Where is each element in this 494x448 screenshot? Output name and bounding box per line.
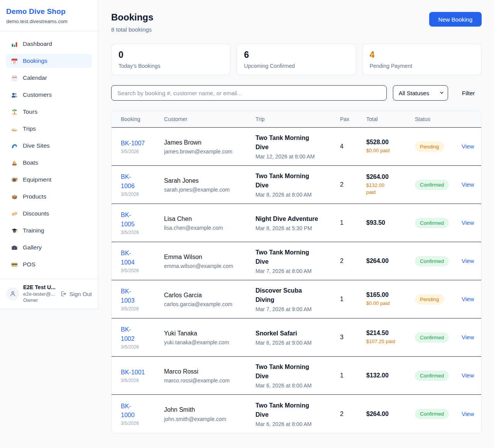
customer-name: Yuki Tanaka [164, 329, 255, 338]
sidebar-item-label: POS [23, 261, 36, 268]
paid-amount: $0.00 paid [366, 300, 415, 307]
pax-cell: 2 [340, 181, 366, 188]
view-link[interactable]: View [462, 296, 474, 302]
booking-cell: BK-1006 3/5/2026 [121, 172, 164, 197]
stat-card: 0 Today's Bookings [111, 44, 230, 75]
status-badge: Pending [415, 141, 444, 152]
paid-amount: $0.00 paid [366, 147, 415, 154]
booking-id-link[interactable]: BK-1001 [121, 368, 164, 377]
column-header-customer: Customer [164, 116, 255, 122]
pax-cell: 3 [340, 334, 366, 341]
customer-email: john.smith@example.com [164, 416, 255, 422]
stat-card: 6 Upcoming Confirmed [237, 44, 356, 75]
status-cell: Confirmed [415, 371, 462, 381]
sidebar-item-label: Dive Sites [23, 142, 50, 149]
sidebar-item-trips[interactable]: Trips [6, 122, 92, 136]
sign-out-button[interactable]: Sign Out [60, 290, 92, 297]
status-cell: Confirmed [415, 256, 462, 266]
sidebar-item-discounts[interactable]: Discounts [6, 207, 92, 221]
trip-date: Mar 6, 2026 at 8:00 AM [255, 421, 340, 427]
status-cell: Confirmed [415, 409, 462, 419]
pax-cell: 1 [340, 219, 366, 226]
view-link[interactable]: View [462, 181, 474, 188]
table-row: BK-1002 3/5/2026 Yuki Tanaka yuki.tanaka… [112, 318, 481, 357]
status-cell: Pending [415, 294, 462, 305]
sidebar-item-bookings[interactable]: 17 Bookings [6, 54, 92, 68]
sidebar-item-tours[interactable]: Tours [6, 105, 92, 119]
view-link[interactable]: View [462, 372, 474, 379]
customer-email: sarah.jones@example.com [164, 187, 255, 193]
status-select-wrap: All Statuses [393, 85, 448, 101]
shop-domain: demo.test.divestreams.com [6, 19, 92, 24]
table-row: BK-1001 3/5/2026 Marco Rossi marco.rossi… [112, 357, 481, 395]
sidebar-item-dive-sites[interactable]: Dive Sites [6, 139, 92, 153]
status-badge: Confirmed [415, 180, 449, 190]
customer-cell: James Brown james.brown@example.com [164, 138, 255, 155]
customer-email: emma.wilson@example.com [164, 263, 255, 269]
customer-email: marco.rossi@example.com [164, 377, 255, 384]
sidebar-item-dashboard[interactable]: Dashboard [6, 37, 92, 51]
booking-id-link[interactable]: BK-1003 [121, 287, 139, 305]
status-badge: Confirmed [415, 371, 449, 381]
search-input[interactable] [111, 85, 387, 101]
pax-cell: 1 [340, 372, 366, 379]
new-booking-button[interactable]: New Booking [429, 12, 482, 27]
booking-id-link[interactable]: BK-1006 [121, 172, 139, 190]
people-icon [11, 91, 18, 98]
sidebar-item-equipment[interactable]: Equipment [6, 173, 92, 187]
booking-date: 3/5/2026 [121, 230, 164, 235]
booking-id-link[interactable]: BK-1007 [121, 139, 164, 148]
trip-date: Mar 6, 2026 at 8:00 AM [255, 382, 340, 389]
customer-email: james.brown@example.com [164, 148, 255, 155]
view-link[interactable]: View [462, 258, 474, 264]
booking-id-link[interactable]: BK-1004 [121, 249, 139, 266]
sidebar-item-boats[interactable]: Boats [6, 156, 92, 170]
customer-email: lisa.chen@example.com [164, 225, 255, 231]
column-header-booking: Booking [121, 116, 164, 122]
status-badge: Pending [415, 294, 444, 305]
user-info: E2E Test U... e2e-tester@... Owner [23, 284, 56, 303]
status-select[interactable]: All Statuses [393, 85, 448, 101]
tag-icon [11, 210, 18, 217]
booking-date: 3/5/2026 [121, 421, 164, 426]
total-cell: $264.00 [366, 258, 415, 264]
total-amount: $264.00 [366, 258, 415, 264]
booking-id-link[interactable]: BK-1002 [121, 325, 139, 343]
dive-mask-icon [11, 176, 18, 183]
trip-name: Discover Scuba Diving [255, 286, 322, 305]
sign-out-label: Sign Out [69, 291, 92, 297]
customer-cell: Lisa Chen lisa.chen@example.com [164, 215, 255, 231]
view-link[interactable]: View [462, 219, 474, 226]
sidebar-item-training[interactable]: Training [6, 224, 92, 237]
booking-id-link[interactable]: BK-1005 [121, 211, 139, 228]
page-subtitle: 8 total bookings [111, 26, 153, 33]
trip-name: Night Dive Adventure [255, 214, 322, 224]
sidebar-item-calendar[interactable]: Calendar [6, 71, 92, 85]
booking-date: 3/5/2026 [121, 344, 164, 350]
trip-cell: Two Tank Morning Dive Mar 12, 2026 at 8:… [255, 133, 340, 160]
svg-text:17: 17 [13, 61, 16, 63]
filter-button[interactable]: Filter [462, 90, 475, 96]
sidebar-item-customers[interactable]: Customers [6, 88, 92, 102]
sidebar-item-gallery[interactable]: Gallery [6, 241, 92, 254]
package-icon [11, 193, 18, 200]
customer-email: yuki.tanaka@example.com [164, 339, 255, 345]
booking-id-link[interactable]: BK-1000 [121, 402, 139, 419]
view-link[interactable]: View [462, 334, 474, 340]
trip-date: Mar 7, 2026 at 8:00 AM [255, 268, 340, 274]
sidebar-item-label: Trips [23, 125, 36, 132]
person-icon [9, 290, 17, 298]
pax-cell: 2 [340, 411, 366, 418]
sidebar-item-products[interactable]: Products [6, 190, 92, 204]
page-header: Bookings 8 total bookings New Booking [111, 12, 482, 33]
status-cell: Confirmed [415, 332, 462, 343]
view-link[interactable]: View [462, 143, 474, 150]
sidebar-item-pos[interactable]: POS [6, 258, 92, 271]
total-amount: $214.50 [366, 330, 415, 337]
view-link[interactable]: View [462, 411, 474, 417]
customer-name: Lisa Chen [164, 215, 255, 223]
trip-name: Two Tank Morning Dive [255, 362, 322, 381]
trip-cell: Two Tank Morning Dive Mar 6, 2026 at 8:0… [255, 401, 340, 427]
page-title: Bookings [111, 12, 153, 23]
sidebar-item-label: Equipment [23, 176, 51, 183]
